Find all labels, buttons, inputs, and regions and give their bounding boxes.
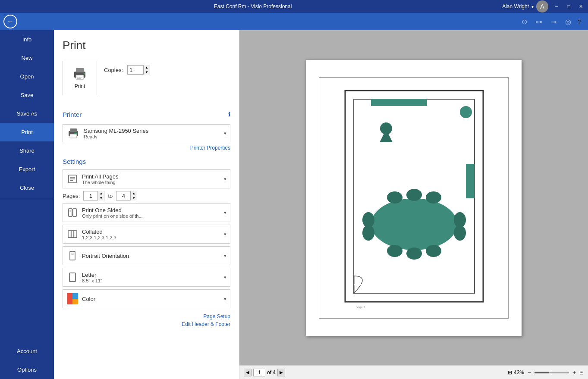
color-icon	[66, 293, 79, 305]
pages-to-down[interactable]: ▼	[131, 196, 137, 200]
sidebar-item-open[interactable]: Open	[0, 67, 54, 86]
sides-main: Print One Sided	[82, 207, 220, 213]
next-page-button[interactable]: ▶	[277, 369, 285, 376]
sidebar-item-account[interactable]: Account	[0, 342, 54, 360]
preview-canvas: page 1	[239, 30, 588, 365]
collated-icon	[66, 228, 79, 240]
zoom-out-button[interactable]: −	[526, 369, 533, 376]
minimize-button[interactable]: ─	[553, 3, 560, 10]
orientation-dropdown[interactable]: Portrait Orientation ▾	[63, 246, 230, 265]
svg-point-10	[75, 133, 76, 134]
copies-down-button[interactable]: ▼	[144, 70, 150, 75]
svg-point-31	[371, 198, 457, 250]
printer-properties-link[interactable]: Printer Properties	[63, 145, 230, 151]
sides-arrow: ▾	[224, 210, 226, 216]
svg-point-36	[406, 247, 422, 260]
page-nav: ◀ of 4 ▶	[244, 369, 285, 376]
quick-access-toolbar: ⊙ ⊶ ⊸ ◎	[518, 16, 574, 28]
svg-point-34	[426, 191, 441, 204]
printer-icon	[66, 126, 80, 140]
copies-up-button[interactable]: ▲	[144, 65, 150, 70]
pages-to-label: to	[108, 193, 113, 199]
app-body: Info New Open Save Save As Print Share E…	[0, 30, 588, 379]
color-main: Color	[82, 296, 220, 302]
svg-point-44	[460, 106, 472, 118]
sidebar-item-options[interactable]: Options	[0, 360, 54, 379]
orientation-arrow: ▾	[224, 253, 226, 259]
pages-to-up[interactable]: ▲	[131, 191, 137, 196]
title-bar: East Conf Rm - Visio Professional Alan W…	[0, 0, 588, 13]
pages-from-down[interactable]: ▼	[98, 196, 104, 200]
paper-dropdown[interactable]: Letter 8.5" x 11" ▾	[63, 268, 230, 287]
close-button[interactable]: ✕	[577, 3, 585, 10]
toolbar-icon-4: ◎	[562, 16, 574, 28]
toolbar-area: ← ⊙ ⊶ ⊸ ◎ ?	[0, 13, 588, 30]
svg-rect-25	[69, 273, 75, 282]
header-footer-link[interactable]: Edit Header & Footer	[63, 321, 230, 327]
print-range-text: Print All Pages The whole thing	[82, 173, 220, 185]
svg-point-39	[362, 225, 374, 241]
copies-spinners: ▲ ▼	[143, 65, 150, 75]
printer-dropdown[interactable]: Samsung ML-2950 Series Ready ▾	[63, 124, 230, 142]
sidebar-item-export[interactable]: Export	[0, 160, 54, 179]
sidebar-item-save-as[interactable]: Save As	[0, 104, 54, 123]
printer-info-icon[interactable]: ℹ	[228, 111, 230, 118]
sidebar-item-share[interactable]: Share	[0, 141, 54, 160]
page-number-input[interactable]	[253, 369, 265, 376]
print-range-dropdown[interactable]: Print All Pages The whole thing ▾	[63, 169, 230, 188]
print-button-label: Print	[75, 83, 85, 89]
fit-page-icon[interactable]: ⊞	[508, 370, 512, 376]
svg-point-32	[387, 191, 402, 204]
zoom-controls: ⊞ 43% − + ⊟	[508, 369, 584, 376]
zoom-in-button[interactable]: +	[571, 369, 578, 376]
prev-page-button[interactable]: ◀	[244, 369, 252, 376]
printer-section-title: Printer ℹ	[63, 111, 230, 118]
sidebar-item-info[interactable]: Info	[0, 30, 54, 49]
color-dropdown[interactable]: Color ▾	[63, 289, 230, 308]
svg-rect-4	[77, 78, 81, 79]
restore-button[interactable]: □	[565, 3, 572, 10]
sides-dropdown[interactable]: Print One Sided Only print on one side o…	[63, 203, 230, 222]
zoom-slider-fill	[535, 372, 549, 373]
copies-input[interactable]	[128, 66, 143, 74]
settings-section-title: Settings	[63, 158, 230, 165]
toolbar-icon-1: ⊙	[518, 16, 530, 28]
sidebar-item-close[interactable]: Close	[0, 179, 54, 197]
user-info[interactable]: Alan Wright ▾ A	[502, 0, 548, 13]
fit-width-icon[interactable]: ⊟	[579, 370, 584, 376]
copies-label: Copies:	[104, 67, 123, 73]
zoom-level-label: 43%	[514, 370, 524, 376]
total-pages-label: of 4	[267, 370, 276, 376]
sidebar-item-save[interactable]: Save	[0, 86, 54, 104]
sidebar-item-print[interactable]: Print	[0, 123, 54, 141]
print-range-main: Print All Pages	[82, 173, 220, 180]
pages-row: Pages: ▲ ▼ to ▲ ▼	[63, 191, 230, 200]
print-range-sub: The whole thing	[82, 180, 220, 185]
svg-point-5	[84, 73, 85, 74]
toolbar-icon-2: ⊶	[533, 16, 545, 28]
print-button[interactable]: Print	[63, 61, 97, 95]
copies-row: Copies: ▲ ▼	[104, 65, 150, 75]
svg-rect-27	[72, 293, 78, 299]
pages-label: Pages:	[63, 193, 80, 199]
back-button[interactable]: ←	[3, 15, 17, 28]
footer-links: Page Setup Edit Header & Footer	[63, 313, 230, 327]
sidebar: Info New Open Save Save As Print Share E…	[0, 30, 54, 379]
pages-from-up[interactable]: ▲	[98, 191, 104, 196]
sides-text: Print One Sided Only print on one side o…	[82, 207, 220, 219]
pages-from-wrap: ▲ ▼	[83, 191, 104, 200]
title-bar-right: Alan Wright ▾ A ─ □ ✕	[502, 0, 585, 13]
svg-point-33	[406, 189, 422, 201]
pages-from-input[interactable]	[84, 191, 97, 200]
page-setup-link[interactable]: Page Setup	[63, 313, 230, 319]
collated-main: Collated	[82, 229, 220, 235]
pages-to-input[interactable]	[116, 191, 130, 200]
collated-dropdown[interactable]: Collated 1,2,3 1,2,3 1,2,3 ▾	[63, 225, 230, 244]
help-icon[interactable]: ?	[578, 19, 585, 25]
print-panel: Print Print	[54, 30, 239, 379]
paper-arrow: ▾	[224, 275, 226, 280]
printer-name: Samsung ML-2950 Series	[84, 128, 220, 134]
zoom-slider[interactable]	[535, 372, 569, 373]
preview-footer: ◀ of 4 ▶ ⊞ 43% − + ⊟	[239, 365, 588, 379]
sidebar-item-new[interactable]: New	[0, 49, 54, 67]
